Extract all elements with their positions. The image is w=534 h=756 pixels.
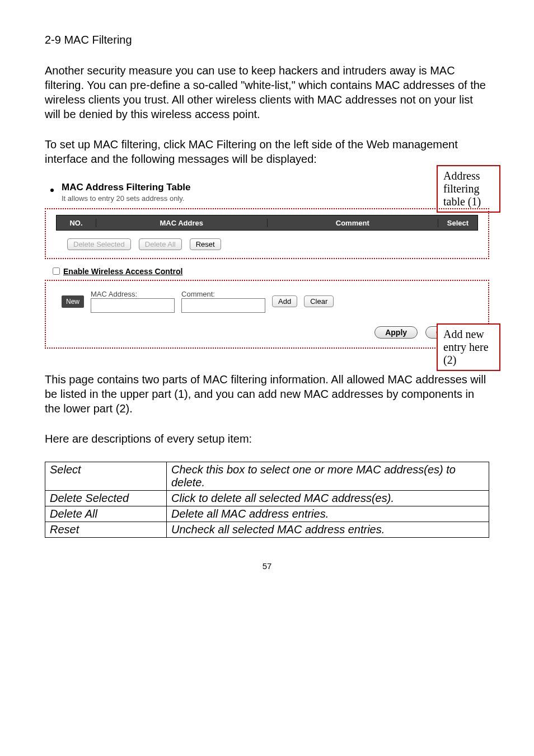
cell-desc: Check this box to select one or more MAC… (167, 462, 489, 491)
add-button[interactable]: Add (272, 295, 297, 307)
filter-table-title: MAC Address Filtering Table (62, 182, 489, 193)
page-number: 57 (45, 561, 489, 571)
enable-checkbox[interactable] (53, 267, 60, 275)
delete-selected-button[interactable]: Delete Selected (67, 238, 131, 250)
new-tag: New (62, 295, 84, 308)
lower-region: New MAC Address: Comment: Add Clear Appl… (45, 280, 489, 349)
explain-paragraph: This page contains two parts of MAC filt… (45, 372, 489, 416)
comment-input[interactable] (181, 298, 265, 313)
cell-desc: Uncheck all selected MAC address entries… (167, 522, 489, 538)
comment-label: Comment: (181, 290, 265, 298)
upper-region: NO. MAC Addres Comment Select Delete Sel… (45, 208, 489, 259)
screenshot-figure: Address filtering table (1) MAC Address … (45, 182, 489, 349)
filter-table-subtitle: It allows to entry 20 sets address only. (62, 194, 489, 203)
intro-paragraph-1: Another security measure you can use to … (45, 63, 489, 121)
cell-name: Reset (45, 522, 167, 538)
cell-name: Select (45, 462, 167, 491)
table-intro: Here are descriptions of every setup ite… (45, 431, 489, 446)
cell-name: Delete Selected (45, 491, 167, 506)
cell-name: Delete All (45, 506, 167, 522)
cell-desc: Click to delete all selected MAC address… (167, 491, 489, 506)
table-row: Select Check this box to select one or m… (45, 462, 489, 491)
table-row: Delete All Delete all MAC address entrie… (45, 506, 489, 522)
callout-add-entry: Add new entry here (2) (437, 323, 500, 371)
mac-label: MAC Address: (91, 290, 175, 298)
bullet-icon (50, 189, 54, 192)
apply-button[interactable]: Apply (374, 326, 418, 339)
setup-item-table: Select Check this box to select one or m… (45, 462, 489, 538)
th-mac: MAC Addres (96, 219, 268, 227)
table-row: Delete Selected Click to delete all sele… (45, 491, 489, 506)
delete-all-button[interactable]: Delete All (139, 238, 182, 250)
intro-paragraph-2: To set up MAC filtering, click MAC Filte… (45, 137, 489, 166)
table-button-row: Delete Selected Delete All Reset (67, 238, 478, 250)
th-select: Select (438, 219, 477, 227)
enable-row: Enable Wireless Access Control (50, 266, 489, 276)
reset-button[interactable]: Reset (190, 238, 221, 250)
th-comment: Comment (268, 219, 439, 227)
mac-input[interactable] (91, 298, 175, 313)
section-heading: 2-9 MAC Filtering (45, 34, 489, 46)
th-no: NO. (57, 219, 96, 227)
enable-label: Enable Wireless Access Control (63, 267, 182, 276)
clear-button[interactable]: Clear (304, 295, 334, 307)
table-header-row: NO. MAC Addres Comment Select (56, 215, 478, 231)
cell-desc: Delete all MAC address entries. (167, 506, 489, 522)
table-row: Reset Uncheck all selected MAC address e… (45, 522, 489, 538)
